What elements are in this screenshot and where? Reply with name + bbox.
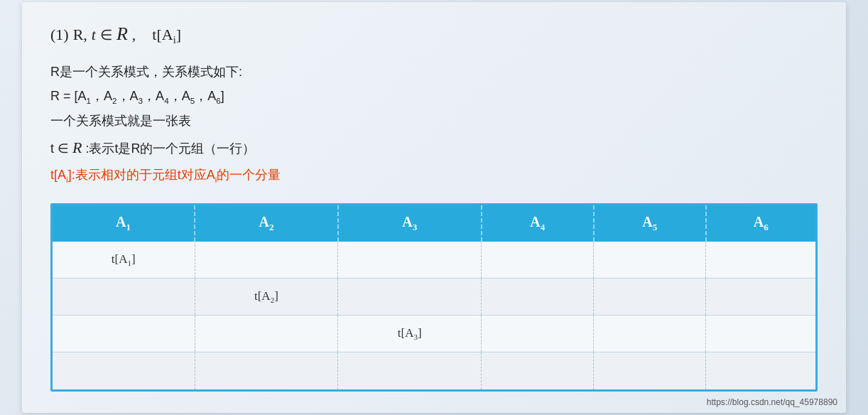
cell-row1-col1: t[A1] xyxy=(53,242,195,279)
col-header-A1: A1 xyxy=(53,205,195,242)
cell-row2-col6 xyxy=(706,279,815,316)
cell-row2-col5 xyxy=(594,279,706,316)
table: A1 A2 A3 A4 A5 A6 t[A1] xyxy=(53,205,815,389)
explanation-line5: t[Ai]:表示相对的于元组t对应Ai的一个分量 xyxy=(50,163,818,188)
cell-row3-col4 xyxy=(482,316,594,352)
cell-row2-col3 xyxy=(338,279,482,316)
cell-row3-col6 xyxy=(706,316,815,352)
explanation-line1: R是一个关系模式，关系模式如下: xyxy=(50,60,818,84)
formula-line: (1) R, t ∈ R , t[Ai] xyxy=(50,23,818,46)
cell-row3-col5 xyxy=(594,316,706,352)
table-header-row: A1 A2 A3 A4 A5 A6 xyxy=(53,205,815,242)
formula-italic-R: R xyxy=(116,23,128,45)
formula-t: t xyxy=(92,26,96,44)
cell-row4-col6 xyxy=(706,352,815,389)
cell-row4-col5 xyxy=(594,352,706,389)
formula-in: ∈ xyxy=(100,26,112,43)
formula-R: R, xyxy=(73,26,87,44)
cell-row1-col6 xyxy=(706,242,815,279)
col-header-A2: A2 xyxy=(195,205,338,242)
cell-row1-col4 xyxy=(482,242,594,279)
formula-spacing xyxy=(140,26,148,44)
table-row xyxy=(53,352,815,389)
explanation-block: R是一个关系模式，关系模式如下: R = [A1，A2，A3，A4，A5，A6]… xyxy=(50,60,818,188)
explanation-line2: R = [A1，A2，A3，A4，A5，A6] xyxy=(50,84,818,109)
formula-comma: , xyxy=(132,26,136,44)
cell-row1-col5 xyxy=(594,242,706,279)
col-header-A5: A5 xyxy=(594,205,706,242)
cell-row2-col4 xyxy=(482,279,594,316)
col-header-A3: A3 xyxy=(338,205,482,242)
cell-row4-col4 xyxy=(482,352,594,389)
table-row: t[A1] xyxy=(53,242,815,279)
cell-row4-col3 xyxy=(338,352,482,389)
cell-row3-col3: t[A3] xyxy=(338,316,482,352)
col-header-A4: A4 xyxy=(482,205,594,242)
cell-row1-col2 xyxy=(195,242,338,279)
cell-row4-col1 xyxy=(53,352,195,389)
cell-row3-col2 xyxy=(195,316,338,352)
cell-row1-col3 xyxy=(338,242,482,279)
cell-row3-col1 xyxy=(53,316,195,352)
col-header-A6: A6 xyxy=(706,205,815,242)
explanation-line3: 一个关系模式就是一张表 xyxy=(50,109,818,133)
main-container: (1) R, t ∈ R , t[Ai] R是一个关系模式，关系模式如下: R … xyxy=(22,2,846,412)
table-row: t[A2] xyxy=(53,279,815,316)
relation-table: A1 A2 A3 A4 A5 A6 t[A1] xyxy=(50,203,818,392)
cell-row2-col1 xyxy=(53,279,195,316)
watermark: https://blog.csdn.net/qq_45978890 xyxy=(707,397,837,407)
formula-t-bracket: t[Ai] xyxy=(152,26,181,46)
cell-row2-col2: t[A2] xyxy=(195,279,338,316)
formula-paren: (1) xyxy=(50,26,69,44)
table-row: t[A3] xyxy=(53,316,815,352)
cell-row4-col2 xyxy=(195,352,338,389)
explanation-line4: t ∈ R :表示t是R的一个元组（一行） xyxy=(50,133,818,163)
line4-R: R xyxy=(72,139,82,156)
